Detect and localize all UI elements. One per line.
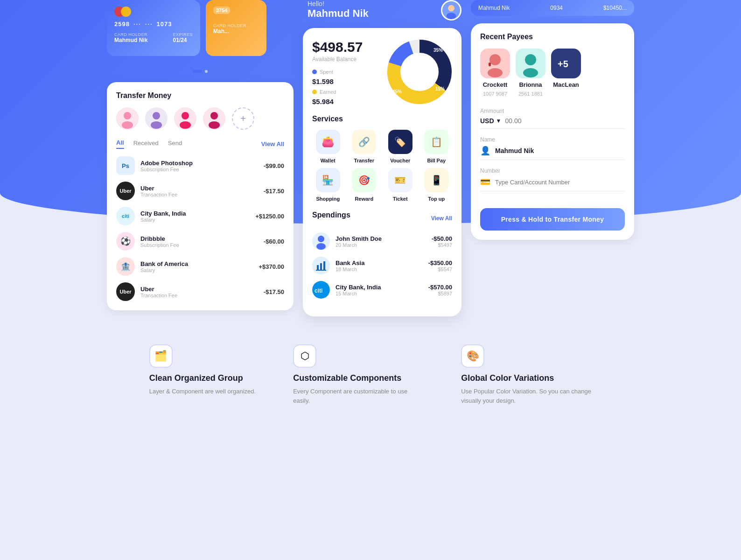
service-voucher[interactable]: 🏷️ Voucher <box>384 130 416 163</box>
tab-received[interactable]: Received <box>133 140 159 148</box>
table-row: Uber Uber Transaction Fee -$17.50 <box>116 182 284 200</box>
carousel-dots <box>107 70 294 73</box>
tx-sub-2: Salary <box>140 217 250 223</box>
components-icon-box: ⬡ <box>293 344 316 368</box>
transfer-avatar-3[interactable] <box>174 107 196 130</box>
spendings-header: Spendings View All <box>312 211 452 226</box>
svg-point-8 <box>180 121 191 129</box>
svg-point-31 <box>489 54 501 65</box>
amount-form: Ammount USD ▼ <box>480 108 625 129</box>
feature-desc-0: Layer & Component are well organized. <box>149 387 256 396</box>
svg-point-4 <box>153 112 160 119</box>
service-label-ticket: Ticket <box>393 196 408 202</box>
service-label-transfer: Transfer <box>354 158 374 163</box>
transfer-avatar-2[interactable] <box>145 107 168 130</box>
right-main-card: Recent Payees Crockett 1007 9087 <box>471 23 634 240</box>
billpay-icon-box: 📋 <box>424 130 448 154</box>
svg-point-13 <box>448 5 454 12</box>
card-holder-value: Mahmud Nik <box>114 37 147 43</box>
svg-rect-24 <box>317 265 319 270</box>
tx-sub-1: Transaction Fee <box>140 192 258 197</box>
currency-select[interactable]: USD ▼ <box>480 117 501 125</box>
service-billpay[interactable]: 📋 Bill Pay <box>421 130 453 163</box>
feature-desc-2: Use Popular Color Variation. So you can … <box>461 387 592 405</box>
right-card-name: Mahmud Nik <box>478 5 510 11</box>
card-expires-value: 01/24 <box>173 37 193 43</box>
tx-name-1: Uber <box>140 185 258 192</box>
tx-amount-0: -$99.00 <box>264 162 284 169</box>
tx-name-0: Adobe Photoshop <box>140 160 258 167</box>
spending-amount-2: -$570.00 <box>428 284 452 291</box>
payee-brionna[interactable]: Brionna 2561 1881 <box>516 49 545 97</box>
mastercard-logo <box>114 7 131 17</box>
payee-more[interactable]: +5 MacLean <box>551 49 581 97</box>
tab-all[interactable]: All <box>116 139 124 149</box>
svg-point-19 <box>401 53 438 91</box>
transfer-avatar-1[interactable] <box>116 107 139 130</box>
amount-input[interactable] <box>505 117 625 125</box>
balance-row: $498.57 Available Balance Spent $1.598 E… <box>312 39 452 105</box>
service-transfer[interactable]: 🔗 Transfer <box>349 130 380 163</box>
transfer-view-all[interactable]: View All <box>261 140 284 147</box>
spending-name-1: Bank Asia <box>336 259 423 266</box>
payee-name-maclean: MacLean <box>553 81 579 88</box>
reward-icon: 🎯 <box>358 175 370 186</box>
tx-sub-4: Salary <box>140 267 253 273</box>
chart-label-15: 15% <box>435 86 445 91</box>
service-shopping[interactable]: 🏪 Shopping <box>312 168 344 202</box>
shopping-icon-box: 🏪 <box>316 168 340 192</box>
bottom-features: 🗂️ Clean Organized Group Layer & Compone… <box>0 316 741 424</box>
tx-sub-5: Transaction Fee <box>140 293 258 298</box>
transfer-avatar-4[interactable] <box>203 107 225 130</box>
payee-avatar-crockett <box>480 49 510 78</box>
right-top-card: Mahmud Nik 0934 $10450... <box>471 0 634 16</box>
service-ticket[interactable]: 🎫 Ticket <box>384 168 416 202</box>
service-wallet[interactable]: 👛 Wallet <box>312 130 344 163</box>
press-hold-button[interactable]: Press & Hold to Transfer Money <box>480 208 625 231</box>
tx-amount-2: +$1250.00 <box>255 213 284 220</box>
payee-avatar-brionna <box>516 49 545 78</box>
ticket-icon-box: 🎫 <box>388 168 412 192</box>
svg-point-22 <box>316 243 326 250</box>
spending-date-2: 15 March <box>336 291 423 296</box>
card-number-input[interactable] <box>495 179 625 186</box>
add-transfer-recipient[interactable]: + <box>232 107 254 130</box>
palette-icon-box: 🎨 <box>461 344 484 368</box>
spending-total-1: $5547 <box>428 266 452 272</box>
payee-number-crockett: 1007 9087 <box>483 91 507 97</box>
card-orange-number: 3754 <box>213 7 230 14</box>
name-form: Name 👤 Mahmud Nik <box>480 136 625 160</box>
transfer-icon: 🔗 <box>358 136 370 147</box>
spending-name-2: City Bank, India <box>336 284 423 291</box>
tab-send[interactable]: Send <box>168 140 182 148</box>
card-number-1: 2598 <box>114 21 130 28</box>
services-grid: 👛 Wallet 🔗 Transfer 🏷️ <box>312 130 452 202</box>
middle-avatar[interactable] <box>441 0 461 21</box>
svg-rect-32 <box>489 63 491 66</box>
main-container: 2598 ··· ··· 1073 CARD HOLDER Mahmud Nik… <box>0 0 741 316</box>
service-label-topup: Top up <box>428 196 445 202</box>
hello-text: Hello! <box>308 0 369 7</box>
service-topup[interactable]: 📱 Top up <box>421 168 453 202</box>
spendings-title: Spendings <box>312 211 350 219</box>
spending-amount-1: -$350.00 <box>428 259 452 266</box>
amount-input-row: USD ▼ <box>480 117 625 129</box>
spending-total-0: $5497 <box>432 242 452 248</box>
service-reward[interactable]: 🎯 Reward <box>349 168 380 202</box>
card-input-row: 💳 <box>480 177 625 191</box>
earned-value: $5.984 <box>312 98 363 105</box>
tx-sub-0: Subscription Fee <box>140 167 258 172</box>
spent-value: $1.598 <box>312 77 363 85</box>
reward-icon-box: 🎯 <box>352 168 376 192</box>
balance-label: Available Balance <box>312 56 363 63</box>
feature-title-1: Customizable Components <box>293 373 401 383</box>
svg-rect-25 <box>320 263 322 270</box>
spendings-view-all[interactable]: View All <box>431 215 452 222</box>
right-card-amount: $10450... <box>603 5 627 11</box>
tx-icon-dribbble: ⚽ <box>116 232 135 251</box>
middle-panel: Hello! Mahmud Nik $498.57 Available Bala… <box>303 0 461 316</box>
spent-legend: Spent <box>312 69 363 75</box>
payee-avatar-more: +5 <box>551 49 581 78</box>
payee-crockett[interactable]: Crockett 1007 9087 <box>480 49 510 97</box>
shopping-icon: 🏪 <box>322 175 334 186</box>
